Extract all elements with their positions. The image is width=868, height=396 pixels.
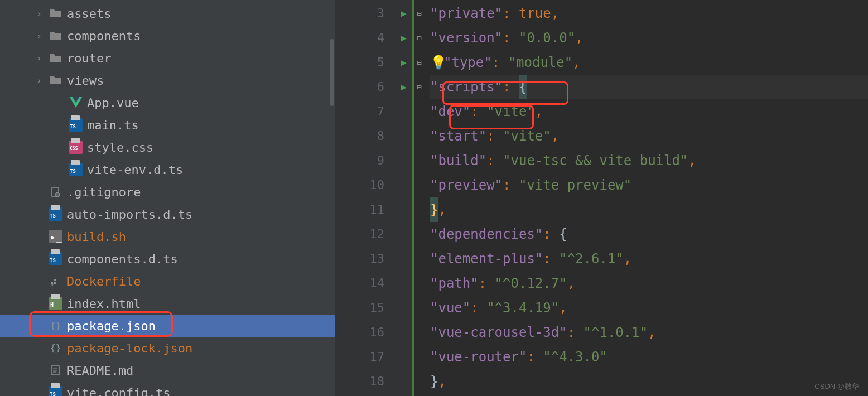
code-line[interactable]: "build": "vue-tsc && vite build",: [430, 148, 868, 173]
svg-text:{}: {}: [50, 320, 61, 331]
run-gutter[interactable]: ▶▶▶▶: [396, 0, 412, 396]
tree-item-Dockerfile[interactable]: DDockerfile: [0, 270, 335, 292]
tree-item-label: vite-env.d.ts: [87, 163, 183, 177]
line-number: 8: [335, 124, 384, 148]
code-line[interactable]: "version": "0.0.0",: [430, 26, 868, 50]
tree-item-style-css[interactable]: style.css: [0, 136, 335, 158]
tree-item-label: components.d.ts: [67, 252, 178, 266]
fold-marker[interactable]: ⊟: [414, 75, 425, 99]
tree-item-App-vue[interactable]: App.vue: [0, 91, 335, 114]
tree-item-label: views: [67, 74, 104, 88]
tree-item-components-d-ts[interactable]: components.d.ts: [0, 248, 335, 270]
code-line[interactable]: "scripts": {: [430, 75, 868, 99]
code-line[interactable]: 💡 "type": "module",: [430, 50, 868, 75]
chevron-right-icon: ›: [33, 31, 45, 41]
svg-text:D: D: [51, 282, 54, 286]
line-number: 14: [335, 271, 384, 296]
chevron-right-icon: ›: [33, 53, 45, 64]
folder-icon: [49, 51, 62, 65]
tree-item--gitignore[interactable]: .gitignore: [0, 181, 335, 203]
run-marker[interactable]: ▶: [396, 50, 412, 75]
svg-point-1: [55, 192, 60, 197]
code-line[interactable]: "path": "^0.12.7",: [430, 271, 868, 296]
tree-item-vite-config-ts[interactable]: vite.config.ts: [0, 381, 335, 396]
tree-item-components[interactable]: ›components: [0, 25, 335, 47]
code-line[interactable]: },: [430, 197, 868, 222]
tree-item-label: main.ts: [87, 118, 139, 132]
tree-item-views[interactable]: ›views: [0, 69, 335, 91]
run-marker[interactable]: ▶: [396, 26, 412, 50]
svg-rect-3: [54, 282, 56, 284]
tree-item-router[interactable]: ›router: [0, 47, 335, 69]
fold-marker[interactable]: ⊟: [414, 26, 425, 50]
tree-item-main-ts[interactable]: main.ts: [0, 114, 335, 136]
tree-item-label: Dockerfile: [67, 274, 141, 288]
file-icon: [49, 185, 62, 199]
code-line[interactable]: },: [430, 369, 868, 394]
folder-icon: [49, 7, 62, 20]
code-line[interactable]: "vue": "^3.4.19",: [430, 296, 868, 320]
code-line[interactable]: "start": "vite",: [430, 124, 868, 148]
code-line[interactable]: "dependencies": {: [430, 222, 868, 247]
json-icon: {}: [49, 319, 62, 332]
code-area[interactable]: "private": true, "version": "0.0.0",💡 "t…: [425, 0, 868, 396]
md-icon: [49, 364, 62, 377]
code-line[interactable]: "vue-router": "^4.3.0": [430, 345, 868, 369]
vue-icon: [69, 96, 83, 109]
line-number: 9: [335, 148, 384, 173]
tree-item-label: components: [67, 29, 141, 43]
line-number: 4: [335, 26, 384, 50]
line-number: 7: [335, 99, 384, 124]
code-line[interactable]: "dev": "vite",: [430, 99, 868, 124]
tree-item-label: auto-imports.d.ts: [67, 207, 192, 221]
line-number: 15: [335, 296, 384, 320]
line-number: 10: [335, 173, 384, 197]
line-number: 5: [335, 50, 384, 75]
line-number: 6: [335, 75, 384, 99]
tree-item-label: App.vue: [87, 96, 139, 110]
tree-item-index-html[interactable]: index.html: [0, 292, 335, 315]
code-line[interactable]: "preview": "vite preview": [430, 173, 868, 197]
svg-rect-4: [54, 279, 56, 281]
intention-bulb-icon[interactable]: 💡: [430, 50, 441, 75]
line-number: 18: [335, 369, 384, 394]
line-number: 11: [335, 197, 384, 222]
line-number: 12: [335, 222, 384, 247]
ts-icon: [49, 386, 62, 396]
tree-item-label: index.html: [67, 297, 141, 311]
line-number: 13: [335, 247, 384, 271]
tree-item-label: .gitignore: [67, 185, 141, 199]
run-marker[interactable]: ▶: [396, 1, 412, 26]
tree-item-package-json[interactable]: {}package.json: [0, 315, 335, 337]
tree-item-package-lock-json[interactable]: {}package-lock.json: [0, 337, 335, 359]
svg-text:{}: {}: [50, 342, 61, 353]
tree-item-vite-env-d-ts[interactable]: vite-env.d.ts: [0, 158, 335, 181]
tree-item-README-md[interactable]: README.md: [0, 359, 335, 381]
run-marker[interactable]: ▶: [396, 75, 412, 99]
code-line[interactable]: "private": true,: [430, 1, 868, 26]
tree-item-label: assets: [67, 7, 111, 21]
ts-icon: [49, 207, 62, 221]
watermark: CSDN @敝华: [814, 381, 859, 392]
fold-gutter[interactable]: ⊟⊟⊟⊟: [412, 0, 425, 396]
tree-item-assets[interactable]: ›assets: [0, 2, 335, 25]
scrollbar-thumb[interactable]: [330, 39, 334, 106]
tree-item-label: README.md: [67, 364, 133, 378]
fold-marker[interactable]: ⊟: [414, 50, 425, 75]
line-number: 17: [335, 345, 384, 369]
tree-item-label: vite.config.ts: [67, 386, 170, 397]
code-line[interactable]: "vue-carousel-3d": "^1.0.1",: [430, 320, 868, 345]
file-explorer[interactable]: ›assets›components›router›viewsApp.vuema…: [0, 0, 335, 396]
line-number: 3: [335, 1, 384, 26]
chevron-right-icon: ›: [33, 75, 45, 86]
folder-icon: [49, 29, 62, 42]
ts-icon: [69, 163, 83, 176]
tree-item-build-sh[interactable]: ▸_build.sh: [0, 225, 335, 248]
fold-marker[interactable]: ⊟: [414, 1, 425, 26]
code-line[interactable]: "element-plus": "^2.6.1",: [430, 247, 868, 271]
ts-icon: [49, 252, 62, 265]
tree-item-auto-imports-d-ts[interactable]: auto-imports.d.ts: [0, 203, 335, 225]
code-editor[interactable]: 3456789101112131415161718 ▶▶▶▶ ⊟⊟⊟⊟ "pri…: [335, 0, 868, 396]
ts-icon: [69, 118, 83, 132]
tree-item-label: package-lock.json: [67, 341, 192, 355]
